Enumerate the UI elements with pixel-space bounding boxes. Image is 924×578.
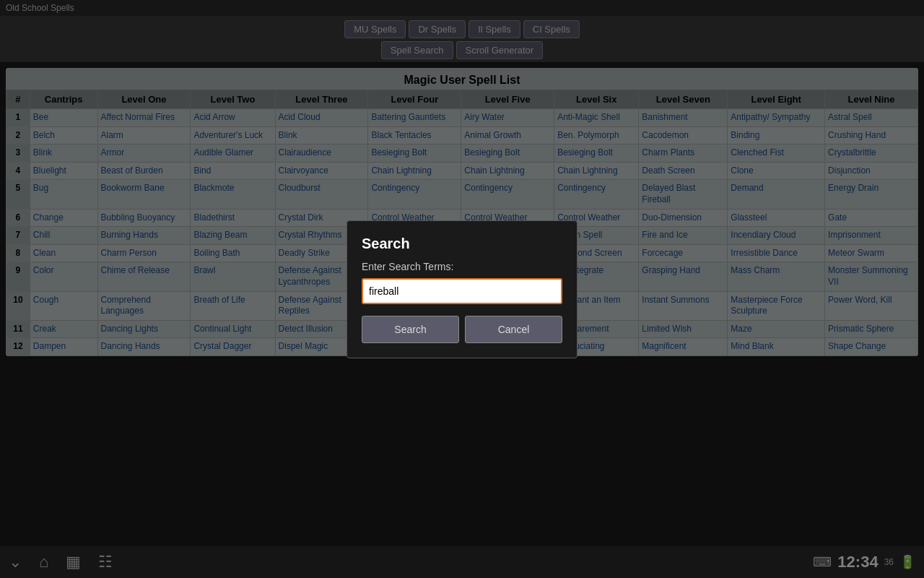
cancel-button[interactable]: Cancel (465, 316, 562, 343)
modal-label: Enter Search Terms: (362, 261, 562, 272)
modal-buttons: Search Cancel (362, 316, 562, 343)
search-input[interactable] (362, 278, 562, 304)
search-modal: Search Enter Search Terms: Search Cancel (346, 220, 578, 358)
modal-title: Search (362, 236, 562, 252)
search-button[interactable]: Search (362, 316, 459, 343)
modal-overlay: Search Enter Search Terms: Search Cancel (0, 0, 924, 578)
